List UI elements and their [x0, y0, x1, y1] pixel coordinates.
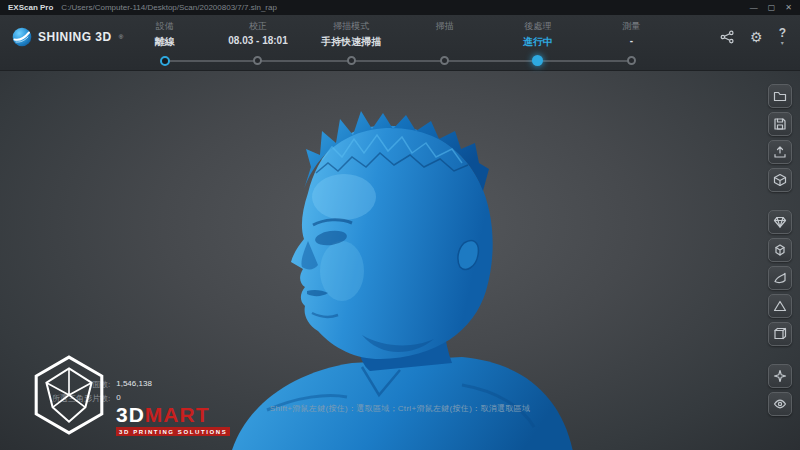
watermark-brand: 3DMART	[116, 404, 230, 425]
cube-icon	[773, 243, 787, 257]
step-scan[interactable]: 掃描	[398, 20, 491, 49]
dot-postprocess[interactable]	[532, 55, 543, 66]
visibility-button[interactable]	[768, 392, 792, 416]
help-button[interactable]: ? ▾	[779, 27, 786, 46]
triangle-icon	[773, 299, 787, 313]
simplify-tool-button[interactable]	[768, 294, 792, 318]
model-view-button[interactable]	[768, 168, 792, 192]
surface-icon	[773, 271, 787, 285]
viewport-3d[interactable]: 面數: 1,546,138 所選三角形片數: 0 Shift+滑鼠左鍵(按住)：…	[0, 71, 800, 450]
close-button[interactable]: ✕	[785, 0, 792, 15]
header-icon-group: ⚙ ? ▾	[720, 27, 786, 46]
shining3d-logo-icon	[12, 27, 32, 47]
folder-open-icon	[773, 89, 787, 103]
dot-scan[interactable]	[440, 56, 449, 65]
brand: SHINING 3D ®	[12, 27, 123, 47]
step-measure[interactable]: 測量 -	[585, 20, 678, 49]
export-icon	[773, 145, 787, 159]
workflow-steps: 設備 離線 校正 08.03 - 18:01 掃描模式 手持快速掃描 掃描 後處…	[118, 20, 678, 49]
gear-icon: ⚙	[750, 30, 763, 44]
window-controls: — ▢ ✕	[750, 0, 792, 15]
save-button[interactable]	[768, 112, 792, 136]
toolbar-divider	[768, 350, 792, 360]
watermark-text: 3DMART 3D PRINTING SOLUTIONS	[116, 404, 230, 436]
mesh-tool-button[interactable]	[768, 238, 792, 262]
right-toolbar	[768, 84, 792, 416]
step-postprocess[interactable]: 後處理 進行中	[491, 20, 584, 49]
step-device[interactable]: 設備 離線	[118, 20, 211, 49]
app-title: EXScan Pro	[8, 3, 53, 12]
open-project-button[interactable]	[768, 84, 792, 108]
dot-measure[interactable]	[627, 56, 636, 65]
3dmart-watermark: 3DMART 3D PRINTING SOLUTIONS	[28, 354, 230, 436]
file-path: C:/Users/Computer-114/Desktop/Scan/20200…	[61, 3, 277, 12]
save-icon	[773, 117, 787, 131]
surface-tool-button[interactable]	[768, 266, 792, 290]
step-calibration[interactable]: 校正 08.03 - 18:01	[211, 20, 304, 49]
gem-select-icon	[773, 215, 787, 229]
model-box-icon	[773, 173, 787, 187]
brightness-button[interactable]	[768, 364, 792, 388]
header-bar: SHINING 3D ® 設備 離線 校正 08.03 - 18:01 掃描模式…	[0, 15, 800, 71]
step-scan-mode[interactable]: 掃描模式 手持快速掃描	[305, 20, 398, 49]
help-icon: ?	[779, 27, 786, 39]
scanned-head-mesh	[212, 65, 592, 450]
watermark-tagline: 3D PRINTING SOLUTIONS	[116, 427, 230, 436]
title-bar: EXScan Pro C:/Users/Computer-114/Desktop…	[0, 0, 800, 15]
3dmart-hexagon-logo-icon	[28, 354, 110, 436]
dot-scan-mode[interactable]	[347, 56, 356, 65]
dot-calibration[interactable]	[253, 56, 262, 65]
mouse-hint-text: Shift+滑鼠左鍵(按住)：選取區域；Ctrl+滑鼠左鍵(按住)：取消選取區域	[270, 403, 530, 414]
wireframe-button[interactable]	[768, 322, 792, 346]
select-tool-button[interactable]	[768, 210, 792, 234]
settings-button[interactable]: ⚙	[750, 30, 763, 44]
share-button[interactable]	[720, 30, 734, 44]
share-nodes-icon	[720, 30, 734, 44]
export-button[interactable]	[768, 140, 792, 164]
maximize-button[interactable]: ▢	[768, 0, 776, 15]
eye-icon	[773, 397, 787, 411]
minimize-button[interactable]: —	[750, 0, 758, 15]
wireframe-box-icon	[773, 327, 787, 341]
dot-device[interactable]	[160, 56, 170, 66]
chevron-down-icon: ▾	[781, 40, 784, 46]
brand-name: SHINING 3D	[38, 30, 112, 44]
sparkle-icon	[773, 369, 787, 383]
toolbar-divider	[768, 196, 792, 206]
